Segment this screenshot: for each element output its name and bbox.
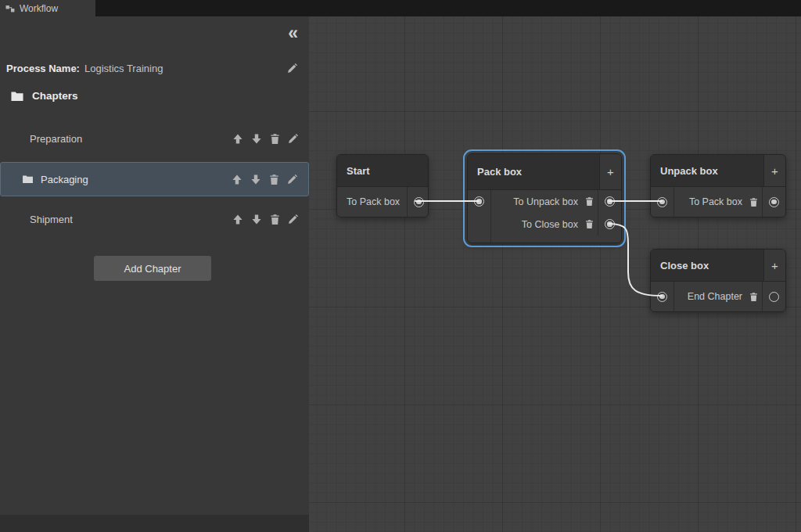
node-title: Close box: [651, 260, 709, 271]
move-down-icon[interactable]: [251, 133, 262, 145]
node-pack-box[interactable]: Pack box + To Unpack box To Close box: [467, 153, 622, 243]
chapter-row-packaging[interactable]: Packaging: [0, 162, 309, 196]
chapters-header: Chapters: [10, 90, 78, 102]
add-output-button[interactable]: +: [599, 154, 621, 189]
delete-output-icon[interactable]: [585, 196, 594, 207]
port-dot: [474, 196, 484, 207]
process-name-row: Process Name: Logistics Training: [6, 61, 303, 75]
add-chapter-button[interactable]: Add Chapter: [94, 256, 211, 281]
output-label: To Close box: [491, 219, 585, 230]
output-port[interactable]: [762, 187, 785, 217]
output-label: To Unpack box: [491, 196, 585, 207]
add-output-button[interactable]: +: [763, 250, 785, 281]
move-down-icon[interactable]: [251, 214, 262, 225]
node-unpack-box[interactable]: Unpack box + To Pack box: [650, 154, 786, 217]
process-name-value: Logistics Training: [84, 63, 163, 74]
output-row: End Chapter: [674, 282, 785, 311]
output-port[interactable]: [762, 282, 785, 311]
input-port[interactable]: [651, 187, 674, 217]
port-dot: [605, 219, 615, 229]
input-port[interactable]: [468, 190, 491, 243]
collapse-sidebar-button[interactable]: «: [288, 24, 296, 42]
port-dot: [769, 197, 779, 207]
node-title: Unpack box: [651, 165, 718, 177]
port-dot: [657, 292, 667, 302]
move-up-icon[interactable]: [232, 214, 243, 225]
output-port[interactable]: [407, 187, 429, 217]
delete-chapter-icon[interactable]: [270, 214, 280, 225]
port-dot: [657, 197, 667, 207]
output-row: To Pack box: [674, 187, 785, 217]
tab-label: Workflow: [20, 3, 58, 14]
output-port[interactable]: [598, 190, 621, 213]
node-title: Start: [337, 165, 370, 177]
output-row: To Close box: [491, 213, 621, 235]
edit-process-name-icon[interactable]: [287, 63, 298, 74]
move-up-icon[interactable]: [232, 133, 243, 145]
process-name-label: Process Name:: [6, 63, 80, 74]
delete-output-icon[interactable]: [749, 197, 758, 207]
add-output-button[interactable]: +: [763, 155, 785, 186]
move-up-icon[interactable]: [232, 174, 242, 185]
folder-icon: [22, 174, 34, 184]
node-title: Pack box: [468, 166, 522, 178]
output-label: End Chapter: [674, 291, 749, 302]
chapter-name: Shipment: [30, 214, 73, 225]
move-down-icon[interactable]: [250, 174, 261, 185]
node-start[interactable]: Start To Pack box: [336, 154, 429, 217]
chapter-name: Packaging: [41, 174, 88, 185]
delete-chapter-icon[interactable]: [270, 133, 280, 145]
delete-output-icon[interactable]: [585, 219, 594, 229]
workflow-icon: [5, 4, 15, 13]
delete-output-icon[interactable]: [749, 292, 758, 302]
input-port[interactable]: [651, 282, 674, 311]
output-port[interactable]: [598, 213, 621, 235]
tab-bar: Workflow: [0, 0, 801, 16]
output-label: To Pack box: [337, 196, 407, 207]
sidebar: « Process Name: Logistics Training Chapt…: [0, 16, 309, 532]
tab-workflow[interactable]: Workflow: [0, 0, 95, 16]
sidebar-footer: [0, 515, 309, 532]
chapter-name: Preparation: [30, 133, 82, 145]
chapter-row-preparation[interactable]: Preparation: [0, 127, 309, 150]
edit-chapter-icon[interactable]: [287, 174, 298, 185]
edit-chapter-icon[interactable]: [288, 214, 299, 225]
output-row: To Unpack box: [491, 190, 621, 213]
output-label: To Pack box: [674, 196, 749, 207]
folder-icon: [10, 91, 24, 102]
delete-chapter-icon[interactable]: [269, 174, 279, 185]
output-row: To Pack box: [337, 187, 429, 217]
port-dot: [605, 196, 615, 207]
chapters-header-label: Chapters: [32, 90, 78, 102]
chapter-row-shipment[interactable]: Shipment: [0, 207, 309, 231]
port-dot: [414, 197, 424, 207]
node-close-box[interactable]: Close box + End Chapter: [650, 249, 786, 312]
port-dot: [769, 292, 779, 302]
edit-chapter-icon[interactable]: [288, 133, 299, 144]
